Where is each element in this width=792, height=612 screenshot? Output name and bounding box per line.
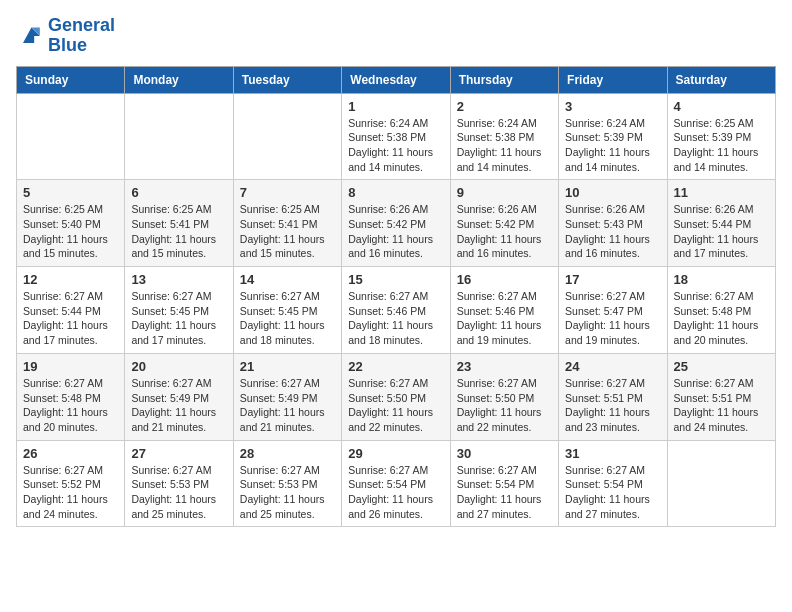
calendar-cell (17, 93, 125, 180)
day-number: 18 (674, 272, 769, 287)
day-number: 1 (348, 99, 443, 114)
calendar-cell: 11Sunrise: 6:26 AM Sunset: 5:44 PM Dayli… (667, 180, 775, 267)
calendar-cell: 27Sunrise: 6:27 AM Sunset: 5:53 PM Dayli… (125, 440, 233, 527)
day-number: 12 (23, 272, 118, 287)
calendar-body: 1Sunrise: 6:24 AM Sunset: 5:38 PM Daylig… (17, 93, 776, 527)
cell-info: Sunrise: 6:24 AM Sunset: 5:38 PM Dayligh… (457, 116, 552, 175)
cell-info: Sunrise: 6:25 AM Sunset: 5:41 PM Dayligh… (240, 202, 335, 261)
weekday-header-cell: Wednesday (342, 66, 450, 93)
cell-info: Sunrise: 6:27 AM Sunset: 5:52 PM Dayligh… (23, 463, 118, 522)
calendar-cell: 18Sunrise: 6:27 AM Sunset: 5:48 PM Dayli… (667, 267, 775, 354)
calendar-table: SundayMondayTuesdayWednesdayThursdayFrid… (16, 66, 776, 528)
calendar-cell: 2Sunrise: 6:24 AM Sunset: 5:38 PM Daylig… (450, 93, 558, 180)
calendar-cell: 22Sunrise: 6:27 AM Sunset: 5:50 PM Dayli… (342, 353, 450, 440)
day-number: 31 (565, 446, 660, 461)
calendar-cell: 17Sunrise: 6:27 AM Sunset: 5:47 PM Dayli… (559, 267, 667, 354)
calendar-week-row: 5Sunrise: 6:25 AM Sunset: 5:40 PM Daylig… (17, 180, 776, 267)
cell-info: Sunrise: 6:27 AM Sunset: 5:53 PM Dayligh… (131, 463, 226, 522)
calendar-cell: 4Sunrise: 6:25 AM Sunset: 5:39 PM Daylig… (667, 93, 775, 180)
calendar-cell: 5Sunrise: 6:25 AM Sunset: 5:40 PM Daylig… (17, 180, 125, 267)
cell-info: Sunrise: 6:27 AM Sunset: 5:46 PM Dayligh… (348, 289, 443, 348)
calendar-cell: 8Sunrise: 6:26 AM Sunset: 5:42 PM Daylig… (342, 180, 450, 267)
day-number: 26 (23, 446, 118, 461)
calendar-cell: 28Sunrise: 6:27 AM Sunset: 5:53 PM Dayli… (233, 440, 341, 527)
cell-info: Sunrise: 6:27 AM Sunset: 5:47 PM Dayligh… (565, 289, 660, 348)
logo: General Blue (16, 16, 115, 56)
calendar-cell: 25Sunrise: 6:27 AM Sunset: 5:51 PM Dayli… (667, 353, 775, 440)
day-number: 8 (348, 185, 443, 200)
day-number: 21 (240, 359, 335, 374)
cell-info: Sunrise: 6:27 AM Sunset: 5:49 PM Dayligh… (131, 376, 226, 435)
weekday-header-cell: Friday (559, 66, 667, 93)
cell-info: Sunrise: 6:27 AM Sunset: 5:48 PM Dayligh… (23, 376, 118, 435)
day-number: 24 (565, 359, 660, 374)
calendar-cell: 1Sunrise: 6:24 AM Sunset: 5:38 PM Daylig… (342, 93, 450, 180)
calendar-cell: 21Sunrise: 6:27 AM Sunset: 5:49 PM Dayli… (233, 353, 341, 440)
calendar-cell: 16Sunrise: 6:27 AM Sunset: 5:46 PM Dayli… (450, 267, 558, 354)
cell-info: Sunrise: 6:27 AM Sunset: 5:50 PM Dayligh… (348, 376, 443, 435)
cell-info: Sunrise: 6:25 AM Sunset: 5:39 PM Dayligh… (674, 116, 769, 175)
cell-info: Sunrise: 6:25 AM Sunset: 5:41 PM Dayligh… (131, 202, 226, 261)
logo-text: General Blue (48, 16, 115, 56)
cell-info: Sunrise: 6:27 AM Sunset: 5:45 PM Dayligh… (240, 289, 335, 348)
cell-info: Sunrise: 6:27 AM Sunset: 5:54 PM Dayligh… (348, 463, 443, 522)
cell-info: Sunrise: 6:26 AM Sunset: 5:42 PM Dayligh… (348, 202, 443, 261)
calendar-cell (667, 440, 775, 527)
calendar-week-row: 26Sunrise: 6:27 AM Sunset: 5:52 PM Dayli… (17, 440, 776, 527)
cell-info: Sunrise: 6:27 AM Sunset: 5:53 PM Dayligh… (240, 463, 335, 522)
calendar-cell: 19Sunrise: 6:27 AM Sunset: 5:48 PM Dayli… (17, 353, 125, 440)
day-number: 17 (565, 272, 660, 287)
day-number: 19 (23, 359, 118, 374)
page-header: General Blue (16, 16, 776, 56)
calendar-cell (233, 93, 341, 180)
cell-info: Sunrise: 6:27 AM Sunset: 5:50 PM Dayligh… (457, 376, 552, 435)
cell-info: Sunrise: 6:27 AM Sunset: 5:54 PM Dayligh… (565, 463, 660, 522)
cell-info: Sunrise: 6:27 AM Sunset: 5:48 PM Dayligh… (674, 289, 769, 348)
weekday-header-cell: Thursday (450, 66, 558, 93)
day-number: 2 (457, 99, 552, 114)
day-number: 27 (131, 446, 226, 461)
cell-info: Sunrise: 6:27 AM Sunset: 5:51 PM Dayligh… (565, 376, 660, 435)
day-number: 10 (565, 185, 660, 200)
cell-info: Sunrise: 6:26 AM Sunset: 5:44 PM Dayligh… (674, 202, 769, 261)
day-number: 28 (240, 446, 335, 461)
cell-info: Sunrise: 6:26 AM Sunset: 5:43 PM Dayligh… (565, 202, 660, 261)
cell-info: Sunrise: 6:24 AM Sunset: 5:38 PM Dayligh… (348, 116, 443, 175)
cell-info: Sunrise: 6:27 AM Sunset: 5:54 PM Dayligh… (457, 463, 552, 522)
calendar-cell: 29Sunrise: 6:27 AM Sunset: 5:54 PM Dayli… (342, 440, 450, 527)
calendar-cell: 9Sunrise: 6:26 AM Sunset: 5:42 PM Daylig… (450, 180, 558, 267)
calendar-week-row: 12Sunrise: 6:27 AM Sunset: 5:44 PM Dayli… (17, 267, 776, 354)
day-number: 7 (240, 185, 335, 200)
cell-info: Sunrise: 6:24 AM Sunset: 5:39 PM Dayligh… (565, 116, 660, 175)
cell-info: Sunrise: 6:25 AM Sunset: 5:40 PM Dayligh… (23, 202, 118, 261)
calendar-cell: 14Sunrise: 6:27 AM Sunset: 5:45 PM Dayli… (233, 267, 341, 354)
day-number: 16 (457, 272, 552, 287)
calendar-cell: 10Sunrise: 6:26 AM Sunset: 5:43 PM Dayli… (559, 180, 667, 267)
calendar-cell: 7Sunrise: 6:25 AM Sunset: 5:41 PM Daylig… (233, 180, 341, 267)
day-number: 29 (348, 446, 443, 461)
day-number: 4 (674, 99, 769, 114)
calendar-week-row: 1Sunrise: 6:24 AM Sunset: 5:38 PM Daylig… (17, 93, 776, 180)
day-number: 25 (674, 359, 769, 374)
weekday-header-cell: Sunday (17, 66, 125, 93)
day-number: 3 (565, 99, 660, 114)
cell-info: Sunrise: 6:27 AM Sunset: 5:45 PM Dayligh… (131, 289, 226, 348)
cell-info: Sunrise: 6:27 AM Sunset: 5:49 PM Dayligh… (240, 376, 335, 435)
cell-info: Sunrise: 6:26 AM Sunset: 5:42 PM Dayligh… (457, 202, 552, 261)
weekday-header-cell: Monday (125, 66, 233, 93)
calendar-cell: 12Sunrise: 6:27 AM Sunset: 5:44 PM Dayli… (17, 267, 125, 354)
day-number: 20 (131, 359, 226, 374)
logo-icon (16, 22, 44, 50)
calendar-cell: 23Sunrise: 6:27 AM Sunset: 5:50 PM Dayli… (450, 353, 558, 440)
day-number: 14 (240, 272, 335, 287)
calendar-cell (125, 93, 233, 180)
day-number: 13 (131, 272, 226, 287)
day-number: 6 (131, 185, 226, 200)
cell-info: Sunrise: 6:27 AM Sunset: 5:44 PM Dayligh… (23, 289, 118, 348)
weekday-header-row: SundayMondayTuesdayWednesdayThursdayFrid… (17, 66, 776, 93)
day-number: 15 (348, 272, 443, 287)
day-number: 5 (23, 185, 118, 200)
day-number: 9 (457, 185, 552, 200)
weekday-header-cell: Saturday (667, 66, 775, 93)
calendar-cell: 6Sunrise: 6:25 AM Sunset: 5:41 PM Daylig… (125, 180, 233, 267)
